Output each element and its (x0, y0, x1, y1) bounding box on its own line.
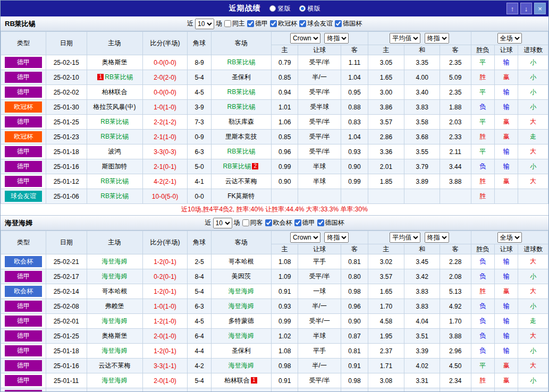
close-button[interactable]: × (534, 3, 546, 14)
league-checkbox-cup[interactable]: 德国杯 (334, 19, 362, 28)
period-select[interactable]: 全场 (497, 33, 522, 44)
odds-source-select[interactable]: Crown (290, 33, 320, 44)
league-checkbox-input[interactable] (294, 219, 301, 226)
match-count-select[interactable]: 10 (195, 19, 214, 29)
team-link[interactable]: RB莱比锡 (100, 177, 129, 185)
result-handicap: 输 (494, 299, 518, 314)
league-checkbox-cup[interactable]: 德国杯 (317, 218, 344, 227)
match-date: 25-01-18 (46, 344, 87, 359)
team-link[interactable]: RB莱比锡 (227, 103, 256, 110)
team-link[interactable]: 海登海姆 (102, 317, 128, 325)
match-score: 3-3(1-1) (142, 359, 188, 373)
match-date: 24-12-22 (46, 388, 87, 392)
league-checkbox-bundesliga[interactable]: 德甲 (247, 19, 268, 28)
avg-stage-select[interactable]: 终指 (425, 232, 449, 243)
team-link[interactable]: 勒沃库森 (229, 118, 254, 125)
team-link[interactable]: 云达不莱梅 (99, 362, 131, 369)
team-link[interactable]: 柏林联合 (102, 88, 128, 96)
team-link[interactable]: 圣保利 (232, 347, 251, 354)
odds-source-select[interactable]: Crown (290, 232, 320, 243)
avg-away: 2.11 (440, 144, 471, 159)
team-link[interactable]: RB莱比锡 (100, 133, 129, 140)
team-link[interactable]: 哥本哈根 (102, 287, 128, 295)
layout-radio-vertical[interactable]: 竖版 (269, 4, 291, 13)
same-venue-checkbox-input[interactable] (242, 219, 249, 226)
team-link[interactable]: 柏林联合 (224, 377, 250, 384)
team-link[interactable]: 多特蒙德 (229, 317, 254, 325)
league-checkbox-input[interactable] (265, 219, 272, 226)
odds-away: 0.98 (341, 284, 368, 299)
layout-radio-horizontal[interactable]: 横版 (299, 4, 320, 13)
match-date: 25-02-01 (46, 314, 87, 329)
league-checkbox-input[interactable] (335, 20, 342, 27)
match-count-select[interactable]: 10 (213, 218, 232, 228)
vertical-radio-input[interactable] (269, 5, 276, 12)
period-select[interactable]: 全场 (497, 232, 522, 243)
avg-source-select[interactable]: 平均值 (390, 232, 420, 243)
team-link[interactable]: RB莱比锡 (100, 118, 129, 125)
league-badge: 欧会杯 (5, 286, 42, 297)
league-checkbox-input[interactable] (247, 20, 254, 27)
same-venue-checkbox-input[interactable] (224, 20, 231, 27)
col-odds-home: 主 (271, 45, 298, 55)
scroll-up-button[interactable]: ↑ (506, 3, 518, 14)
avg-home: 3.36 (368, 144, 404, 159)
team-link[interactable]: 奥格斯堡 (102, 58, 128, 66)
team-link[interactable]: FK莫斯特 (227, 192, 255, 200)
team-link[interactable]: 波鸿 (108, 148, 121, 155)
odds-stage-select[interactable]: 终指 (324, 33, 349, 44)
league-badge: 球会友谊 (5, 191, 42, 202)
team-link[interactable]: RB莱比锡 (227, 88, 256, 96)
team-link[interactable]: 海登海姆 (229, 302, 254, 310)
avg-source-select[interactable]: 平均值 (390, 33, 420, 44)
team-link[interactable]: 哥本哈根 (229, 258, 254, 265)
avg-stage-select[interactable]: 终指 (425, 33, 449, 44)
league-checkbox-ucl[interactable]: 欧冠杯 (269, 19, 297, 28)
result-outcome: 负 (471, 100, 494, 115)
match-type: 德甲 (1, 144, 46, 159)
league-checkbox-input[interactable] (270, 20, 277, 27)
league-badge: 德甲 (5, 390, 42, 392)
scroll-down-button[interactable]: ↓ (520, 3, 532, 14)
team-link[interactable]: 海登海姆 (102, 272, 128, 280)
odds-stage-select[interactable]: 终指 (324, 232, 349, 243)
match-score: 0-0(0-0) (142, 55, 188, 70)
team-link[interactable]: 美因茨 (232, 272, 251, 280)
team-link[interactable]: RB莱比锡 (227, 148, 256, 155)
odds-selects-cell: Crown 终指 (271, 231, 368, 244)
team-link[interactable]: 里斯本竞技 (225, 133, 257, 140)
team-link[interactable]: RB莱比锡 (227, 58, 256, 66)
avg-away: 1.70 (440, 314, 471, 329)
same-venue-checkbox[interactable]: 同主 (224, 19, 245, 28)
team-link[interactable]: RB莱比锡 (100, 192, 129, 200)
league-checkbox-input[interactable] (317, 219, 324, 226)
team-link[interactable]: 海登海姆 (229, 362, 254, 369)
team-link[interactable]: 海登海姆 (102, 347, 128, 354)
avg-away: 2.35 (440, 55, 471, 70)
match-date: 25-01-06 (46, 189, 87, 204)
avg-away: 3.43 (440, 388, 471, 392)
league-checkbox-input[interactable] (299, 20, 306, 27)
league-badge: 德甲 (5, 161, 42, 172)
team-link[interactable]: 海登海姆 (229, 287, 254, 295)
team-link[interactable]: 圣保利 (232, 73, 251, 81)
team-link[interactable]: 海登海姆 (102, 258, 128, 265)
same-venue-checkbox[interactable]: 同客 (242, 218, 263, 227)
team-link[interactable]: 格拉茨风暴(中) (94, 103, 136, 110)
team-link[interactable]: 海登海姆 (229, 332, 254, 339)
team-link[interactable]: 奥格斯堡 (102, 332, 128, 339)
team-link[interactable]: RB莱比锡 (223, 163, 251, 170)
team-link[interactable]: 海登海姆 (102, 377, 128, 384)
match-score: 2-0(2-0) (142, 70, 188, 85)
league-checkbox-friendly[interactable]: 球会友谊 (299, 19, 333, 28)
league-checkbox-uecl[interactable]: 欧会杯 (265, 218, 292, 227)
horizontal-radio-input[interactable] (299, 5, 306, 12)
match-score: 3-3(0-3) (142, 144, 188, 159)
league-badge: 德甲 (5, 87, 42, 98)
team-link[interactable]: RB莱比锡 (105, 73, 133, 81)
team-link[interactable]: 弗赖堡 (105, 302, 124, 310)
avg-away: 2.35 (440, 85, 471, 100)
team-link[interactable]: 斯图加特 (102, 163, 128, 170)
league-checkbox-bundesliga[interactable]: 德甲 (294, 218, 315, 227)
team-link[interactable]: 云达不莱梅 (225, 177, 257, 185)
